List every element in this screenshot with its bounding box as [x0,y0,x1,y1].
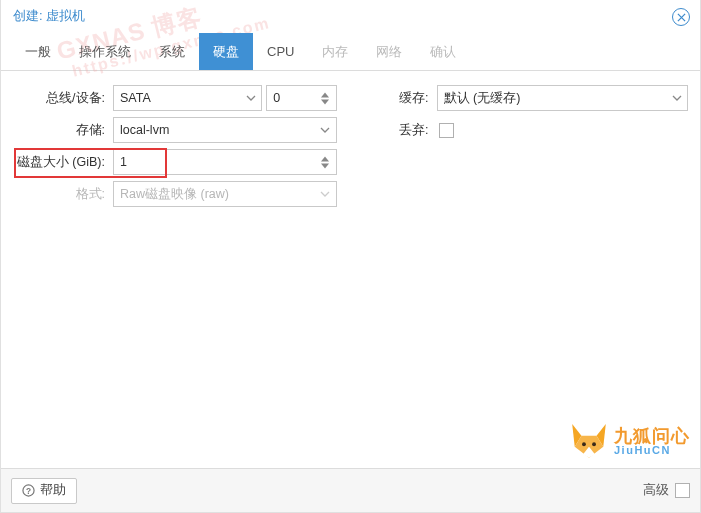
tab-confirm[interactable]: 确认 [416,33,470,70]
dialog-create-vm: GXNAS 博客 https://wp.gxnas.com 创建: 虚拟机 一般… [0,0,701,513]
tab-os[interactable]: 操作系统 [65,33,145,70]
footer: ? 帮助 高级 [1,468,700,512]
chevron-down-icon [314,182,336,206]
left-column: 总线/设备: SATA 0 存储: [13,85,337,454]
tab-disk[interactable]: 硬盘 [199,33,253,70]
chevron-down-icon [239,86,261,110]
busdev-label: 总线/设备: [13,90,113,107]
discard-label: 丢弃: [365,122,437,139]
tab-system[interactable]: 系统 [145,33,199,70]
chevron-down-icon [314,118,336,142]
row-discard: 丢弃: [365,117,689,143]
tab-network[interactable]: 网络 [362,33,416,70]
titlebar: 创建: 虚拟机 [1,0,700,33]
busdev-index-value: 0 [273,91,280,105]
tabbar: 一般 操作系统 系统 硬盘 CPU 内存 网络 确认 [1,33,700,71]
row-cache: 缓存: 默认 (无缓存) [365,85,689,111]
close-icon [677,13,686,22]
chevron-down-icon [665,86,687,110]
svg-text:?: ? [26,486,31,496]
storage-label: 存储: [13,122,113,139]
format-value: Raw磁盘映像 (raw) [120,186,229,203]
disk-size-value: 1 [120,155,127,169]
row-format: 格式: Raw磁盘映像 (raw) [13,181,337,207]
busdev-index-spinner[interactable]: 0 [266,85,336,111]
storage-select[interactable]: local-lvm [113,117,337,143]
format-select: Raw磁盘映像 (raw) [113,181,337,207]
help-icon: ? [22,484,35,497]
dialog-title: 创建: 虚拟机 [13,7,85,25]
advanced-label: 高级 [643,482,669,499]
tab-general[interactable]: 一般 [11,33,65,70]
row-busdev: 总线/设备: SATA 0 [13,85,337,111]
cache-value: 默认 (无缓存) [444,90,521,107]
discard-checkbox[interactable] [439,123,454,138]
disk-size-label: 磁盘大小 (GiB): [13,154,113,171]
tab-memory[interactable]: 内存 [308,33,362,70]
tab-cpu[interactable]: CPU [253,33,308,70]
form-body: 总线/设备: SATA 0 存储: [1,71,700,468]
spinner-icon [314,86,336,110]
help-label: 帮助 [40,482,66,499]
cache-select[interactable]: 默认 (无缓存) [437,85,689,111]
advanced-checkbox[interactable] [675,483,690,498]
row-storage: 存储: local-lvm [13,117,337,143]
help-button[interactable]: ? 帮助 [11,478,77,504]
busdev-type-select[interactable]: SATA [113,85,262,111]
advanced-toggle[interactable]: 高级 [643,482,690,499]
busdev-type-value: SATA [120,91,151,105]
spinner-icon [314,150,336,174]
storage-value: local-lvm [120,123,169,137]
disk-size-spinner[interactable]: 1 [113,149,337,175]
right-column: 缓存: 默认 (无缓存) 丢弃: [365,85,689,454]
cache-label: 缓存: [365,90,437,107]
format-label: 格式: [13,186,113,203]
row-disk-size: 磁盘大小 (GiB): 1 [13,149,337,175]
close-button[interactable] [672,8,690,26]
